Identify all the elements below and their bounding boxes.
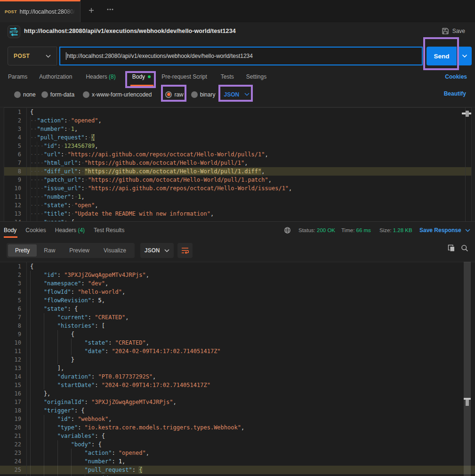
code-line: 7"current": "CREATED",	[0, 313, 475, 322]
mode-x-www-form-urlencoded[interactable]: x-www-form-urlencoded	[83, 91, 152, 98]
code-text: "variables": {	[27, 432, 105, 440]
code-text: "date": "2024-02-09T14:17:02.714051417Z"	[27, 347, 221, 355]
mode-form-data[interactable]: form-data	[41, 91, 74, 98]
response-actions	[448, 244, 468, 252]
code-text: "number": 1,	[27, 457, 125, 466]
request-editor-scrollbar-thumb[interactable]	[466, 111, 469, 117]
code-line: 26"id": 123456789,	[0, 474, 475, 476]
tab-label: Tests	[221, 73, 234, 80]
radio-selected-icon	[165, 91, 172, 98]
line-number: 13	[0, 364, 21, 372]
tab-authorization[interactable]: Authorization	[39, 73, 72, 80]
copy-icon[interactable]	[448, 244, 455, 252]
code-text: "flowRevision": 5,	[27, 296, 105, 305]
tab-settings[interactable]: Settings	[246, 73, 266, 80]
code-line: 11····"number":·1,	[4, 193, 471, 201]
line-number: 24	[0, 457, 21, 466]
request-title: http://localhost:28080/api/v1/executions…	[24, 28, 236, 34]
code-line: 2··"action":·"opened",	[4, 116, 471, 125]
request-editor-scrollbar-track	[465, 107, 466, 221]
chevron-down-icon	[164, 249, 169, 252]
tab-options-button[interactable]	[105, 5, 116, 16]
line-number: 15	[0, 381, 21, 389]
code-text: ····"url":·"https://api.github.com/repos…	[27, 150, 268, 159]
radio-icon	[83, 91, 89, 98]
view-raw[interactable]: Raw	[37, 244, 62, 257]
line-number: 11	[0, 347, 21, 355]
code-line: 1{	[0, 262, 475, 271]
tab-params[interactable]: Params	[8, 73, 27, 80]
response-scrollbar-track[interactable]	[464, 262, 471, 476]
mode-label: binary	[200, 91, 216, 98]
send-options-button[interactable]	[457, 47, 472, 65]
url-input[interactable]: http://localhost:28080/api/v1/executions…	[59, 47, 423, 65]
body-modified-dot	[148, 75, 151, 78]
network-globe-icon[interactable]	[284, 227, 291, 234]
code-line: 4··"pull_request":·{	[4, 133, 471, 142]
raw-language-dropdown[interactable]: JSON	[224, 91, 250, 98]
send-button[interactable]: Send	[427, 47, 457, 65]
mode-label: none	[23, 91, 36, 98]
tab-headers[interactable]: Headers (8)	[86, 73, 115, 80]
http-request-icon: HTTP	[8, 25, 20, 38]
cookies-link[interactable]: Cookies	[445, 73, 467, 80]
code-text: "pull_request": {	[27, 466, 142, 474]
method-dropdown[interactable]: POST	[8, 47, 57, 65]
body-mode-row: none form-data x-www-form-urlencoded raw…	[0, 87, 475, 102]
beautify-link[interactable]: Beautify	[444, 90, 466, 97]
tab-body[interactable]: Body	[132, 73, 151, 80]
save-response-button[interactable]: Save Response	[419, 227, 470, 234]
request-tab[interactable]: POST http://localhost:28080/a	[0, 0, 81, 22]
wrap-line-button[interactable]	[177, 243, 193, 258]
code-text: {	[27, 330, 74, 339]
method-value: POST	[14, 53, 46, 59]
save-response-label: Save Response	[419, 227, 461, 234]
tab-pre-request-script[interactable]: Pre-request Script	[161, 73, 207, 80]
code-line: 23"action": "opened",	[0, 449, 475, 457]
code-text: ····"id":·123456789,	[27, 142, 98, 150]
mode-none[interactable]: none	[14, 91, 36, 98]
view-visualize[interactable]: Visualize	[97, 244, 133, 257]
size-badge: Size: 1.28 KB	[379, 227, 412, 233]
mode-raw[interactable]: raw	[165, 91, 183, 98]
code-line: 9····"patch_url":·"https://github.com/oc…	[4, 176, 471, 184]
line-number: 21	[0, 432, 21, 440]
code-text: {	[27, 262, 33, 271]
line-number: 10	[0, 339, 21, 347]
chevron-down-icon	[244, 93, 250, 96]
save-button[interactable]: Save	[442, 27, 465, 35]
line-number: 16	[0, 389, 21, 398]
code-text: ····"state":·"open",	[27, 201, 98, 210]
line-number: 1	[0, 262, 21, 271]
response-scrollbar-thumb[interactable]	[466, 400, 469, 406]
mode-binary[interactable]: binary	[191, 91, 216, 98]
line-number: 20	[0, 423, 21, 432]
request-tabs: Params Authorization Headers (8) Body Pr…	[0, 69, 475, 85]
line-number: 7	[4, 159, 21, 167]
code-text: },	[27, 389, 50, 398]
code-line: 5····"id":·123456789,	[4, 142, 471, 150]
response-language-dropdown[interactable]: JSON	[140, 243, 174, 258]
chevron-down-icon	[465, 229, 470, 232]
response-toolbar: Pretty Raw Preview Visualize JSON	[0, 241, 475, 260]
search-icon[interactable]	[461, 244, 468, 252]
tab-label: Params	[8, 73, 27, 80]
code-line: 19"id": "webhook",	[0, 415, 475, 423]
code-line: 20"type": "io.kestra.core.models.trigger…	[0, 423, 475, 432]
raw-language-value: JSON	[224, 91, 239, 98]
code-line: 13],	[0, 364, 475, 372]
response-body-editor[interactable]: 1{2"id": "3PXJjZGwqAgpeMTv4JRPjs",3"name…	[0, 262, 475, 476]
code-line: 1{	[4, 108, 471, 116]
line-number: 6	[0, 305, 21, 313]
radio-icon	[191, 91, 198, 98]
view-pretty[interactable]: Pretty	[8, 244, 37, 257]
line-number: 9	[4, 176, 21, 184]
status-value: 200 OK	[317, 227, 335, 233]
view-preview[interactable]: Preview	[62, 244, 97, 257]
code-line: 12}	[0, 355, 475, 364]
tab-tests[interactable]: Tests	[221, 73, 234, 80]
line-number: 22	[0, 440, 21, 449]
new-tab-button[interactable]	[86, 6, 97, 16]
code-text: ····"issue_url":·"https://api.github.com…	[27, 184, 292, 193]
request-body-editor[interactable]: 1{2··"action":·"opened",3··"number":·1,4…	[4, 107, 472, 221]
